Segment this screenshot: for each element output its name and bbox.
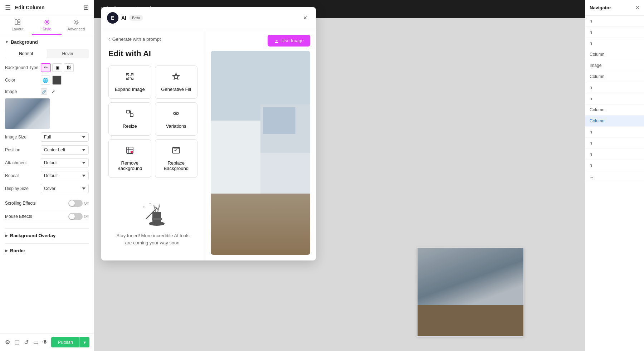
settings-icon[interactable]: ⚙ (4, 337, 11, 347)
svg-text:✦: ✦ (149, 202, 151, 205)
nav-item-13[interactable]: n (585, 149, 644, 160)
nav-item-12[interactable]: n (585, 138, 644, 149)
color-swatch[interactable] (52, 75, 62, 85)
panel-footer: ⚙ ◫ ↺ ▭ 👁 Publish ▼ (0, 333, 94, 351)
svg-point-42 (219, 200, 238, 219)
nav-item-9[interactable]: Column (585, 104, 644, 116)
nav-item-7[interactable]: n (585, 82, 644, 93)
preview-image-container (211, 51, 310, 255)
scrolling-effects-toggle[interactable] (68, 200, 83, 207)
expand-image-button[interactable]: Expand Image (108, 65, 151, 99)
attachment-select[interactable]: Default (41, 158, 89, 167)
nav-item-4[interactable]: Column (585, 49, 644, 60)
dialog-overlay: E AI Beta × ‹ Generate with a prompt Edi… (94, 0, 585, 351)
preview-image (211, 51, 310, 255)
tab-layout[interactable]: Layout (3, 15, 32, 35)
eye-icon[interactable]: 👁 (42, 337, 48, 347)
style-icon (44, 19, 50, 25)
nav-item-8[interactable]: n (585, 93, 644, 104)
publish-button[interactable]: Publish (51, 337, 79, 347)
svg-rect-1 (18, 20, 20, 22)
replace-background-button[interactable]: Replace Background (155, 139, 198, 178)
responsive-icon[interactable]: ▭ (33, 337, 39, 347)
bg-type-image-btn[interactable]: 🖼 (64, 63, 74, 72)
scrolling-effects-toggle-label: Off (84, 201, 89, 205)
panel-tabs: Layout Style Advanced (0, 15, 94, 35)
expand-image-label: Expand Image (115, 87, 145, 92)
repeat-label: Repeat (5, 173, 41, 178)
ai-logo: E (107, 12, 118, 24)
generative-fill-button[interactable]: Generative Fill (155, 65, 198, 99)
svg-point-45 (309, 204, 310, 215)
bg-type-color-btn[interactable]: ✏ (41, 63, 51, 72)
nav-item-10[interactable]: Column (585, 116, 644, 127)
magic-hat-illustration: ✦ ✦ ✦ (139, 199, 167, 228)
tab-advanced[interactable]: Advanced (62, 15, 91, 35)
layers-icon[interactable]: ◫ (14, 337, 20, 347)
bg-type-gradient-btn[interactable]: ▣ (52, 63, 62, 72)
image-expand-btn[interactable]: ⤢ (52, 89, 55, 94)
dialog-right-panel: Use Image (205, 29, 316, 260)
image-link-icon: 🔗 (41, 88, 47, 95)
variations-button[interactable]: Variations (155, 102, 198, 136)
background-section-title[interactable]: ▼ Background (5, 39, 89, 45)
display-size-row: Display Size Cover (5, 184, 89, 193)
nav-item-11[interactable]: n (585, 127, 644, 138)
preview-svg (211, 51, 310, 255)
color-row: Color 🌐 (5, 75, 89, 85)
svg-rect-31 (263, 107, 296, 134)
generate-prompt-link[interactable]: ‹ Generate with a prompt (108, 36, 197, 42)
resize-button[interactable]: Resize (108, 102, 151, 136)
tab-normal[interactable]: Normal (5, 49, 47, 58)
image-thumbnail[interactable] (5, 98, 50, 129)
grid-icon[interactable]: ⊞ (83, 4, 89, 11)
resize-icon (126, 109, 134, 120)
nav-item-6[interactable]: Column (585, 71, 644, 82)
layout-icon (14, 19, 21, 25)
global-color-btn[interactable]: 🌐 (41, 75, 50, 85)
display-size-select[interactable]: Cover (41, 184, 89, 193)
edit-with-ai-title: Edit with AI (108, 49, 197, 58)
position-select[interactable]: Center Left (41, 145, 89, 155)
svg-rect-23 (152, 212, 161, 224)
repeat-select[interactable]: Default (41, 171, 89, 180)
nav-item-5[interactable]: Image (585, 60, 644, 71)
background-overlay-title[interactable]: ▶ Background Overlay (5, 233, 89, 238)
use-image-button[interactable]: Use Image (268, 35, 310, 47)
mouse-effects-row: Mouse Effects Off (5, 210, 89, 223)
svg-text:✦: ✦ (142, 205, 145, 209)
nav-item-3[interactable]: n (585, 38, 644, 49)
tab-hover[interactable]: Hover (47, 49, 89, 58)
svg-line-6 (127, 73, 129, 76)
border-arrow: ▶ (5, 249, 8, 253)
color-controls: 🌐 (41, 75, 62, 85)
svg-rect-11 (130, 114, 133, 117)
navigator-close-button[interactable]: ✕ (635, 4, 640, 11)
svg-line-7 (131, 73, 133, 76)
border-title[interactable]: ▶ Border (5, 248, 89, 253)
navigator-header: Navigator ✕ (585, 0, 644, 16)
mouse-effects-toggle[interactable] (68, 213, 83, 220)
history-icon[interactable]: ↺ (23, 337, 30, 347)
mouse-effects-label: Mouse Effects (5, 214, 68, 219)
image-size-select[interactable]: Full (41, 132, 89, 142)
color-label: Color (5, 78, 41, 83)
nav-item-more[interactable]: ... (585, 171, 644, 182)
nav-item-14[interactable]: n (585, 160, 644, 171)
publish-dropdown-button[interactable]: ▼ (79, 337, 89, 347)
nav-item-1[interactable]: n (585, 16, 644, 27)
hamburger-icon[interactable]: ☰ (5, 4, 11, 11)
panel-header: ☰ Edit Column ⊞ (0, 0, 94, 15)
svg-point-12 (175, 113, 177, 114)
svg-rect-24 (152, 218, 162, 220)
tab-style[interactable]: Style (32, 15, 62, 35)
dialog-close-button[interactable]: × (300, 13, 310, 23)
toggle-knob (69, 200, 75, 206)
svg-rect-27 (211, 204, 310, 208)
right-panel: Navigator ✕ n n n Column Image Column n … (585, 0, 644, 351)
svg-point-43 (223, 204, 234, 215)
thumbnail-image (5, 98, 50, 129)
nav-item-2[interactable]: n (585, 27, 644, 38)
remove-background-button[interactable]: Remove Background (108, 139, 151, 178)
image-size-row: Image Size Full (5, 132, 89, 142)
